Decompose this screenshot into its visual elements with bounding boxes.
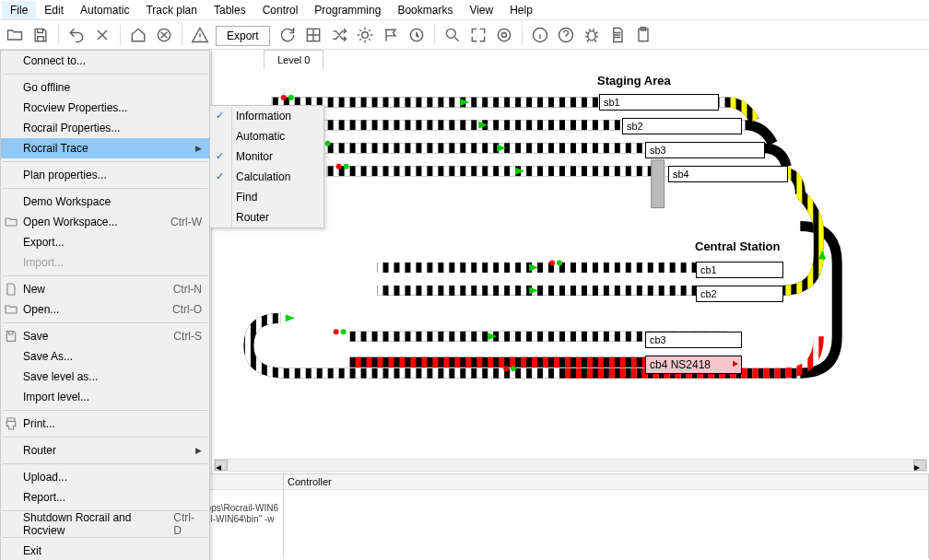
expand-icon[interactable] — [467, 24, 489, 46]
svg-point-38 — [557, 260, 562, 265]
svg-point-42 — [511, 366, 516, 371]
warning-icon[interactable] — [189, 24, 211, 46]
svg-point-30 — [288, 95, 294, 100]
menu-help[interactable]: Help — [501, 1, 541, 19]
menu-track-plan[interactable]: Track plan — [137, 1, 206, 19]
menu-item-export-[interactable]: Export... — [1, 232, 209, 252]
menu-tables[interactable]: Tables — [206, 1, 254, 19]
scroll-left-nub[interactable]: ◂ — [215, 460, 228, 471]
close-icon[interactable] — [91, 24, 113, 46]
menu-item-rocrail-properties-[interactable]: Rocrail Properties... — [1, 118, 209, 138]
target-icon[interactable] — [493, 24, 515, 46]
clipboard-icon[interactable] — [632, 24, 654, 46]
svg-point-9 — [502, 32, 507, 37]
svg-point-39 — [334, 329, 339, 334]
horizontal-scrollbar[interactable]: ◂ ▸ — [214, 459, 927, 472]
menubar: File Edit Automatic Track plan Tables Co… — [0, 0, 929, 20]
menu-item-new[interactable]: NewCtrl-N — [1, 279, 209, 299]
block-cb2[interactable]: cb2 — [696, 286, 783, 302]
menu-control[interactable]: Control — [254, 1, 307, 19]
menu-item-connect-to-[interactable]: Connect to... — [1, 51, 209, 71]
menu-bookmarks[interactable]: Bookmarks — [389, 1, 461, 19]
level-tab[interactable]: Level 0 — [264, 50, 323, 69]
block-cb1[interactable]: cb1 — [696, 262, 783, 278]
menu-item-save-as-[interactable]: Save As... — [1, 346, 209, 367]
menu-item-upload-[interactable]: Upload... — [1, 467, 209, 487]
menu-item-open-workspace-[interactable]: Open Workspace...Ctrl-W — [1, 212, 209, 232]
menu-item-import-: Import... — [1, 252, 209, 273]
zoom-icon[interactable] — [441, 24, 464, 46]
trace-item-information[interactable]: Information — [210, 106, 323, 126]
file-menu-dropdown: Connect to...Go offlineRocview Propertie… — [0, 50, 210, 560]
controller-panel-header: Controller — [284, 474, 928, 490]
toolbar — [0, 20, 929, 50]
help-icon[interactable] — [555, 24, 577, 46]
menu-item-report-[interactable]: Report... — [1, 487, 209, 508]
rocrail-trace-submenu: ✓InformationAutomatic✓Monitor✓Calculatio… — [209, 105, 324, 228]
sun-icon[interactable] — [354, 24, 376, 46]
menu-item-save-level-as-[interactable]: Save level as... — [1, 367, 209, 387]
bug-icon[interactable] — [581, 24, 603, 46]
svg-point-36 — [344, 164, 349, 169]
block-cb4[interactable]: cb4 NS2418▶ — [645, 356, 742, 374]
svg-point-5 — [362, 31, 369, 38]
block-sb2[interactable]: sb2 — [622, 118, 742, 134]
menu-item-shutdown-rocrail-and-rocview[interactable]: Shutdown Rocrail and RocviewCtrl-D — [1, 514, 209, 534]
svg-point-35 — [336, 164, 342, 169]
menu-item-go-offline[interactable]: Go offline — [1, 77, 209, 98]
controller-body — [284, 490, 928, 558]
menu-item-rocview-properties-[interactable]: Rocview Properties... — [1, 98, 209, 118]
info-icon[interactable] — [529, 24, 551, 46]
menu-programming[interactable]: Programming — [306, 1, 389, 19]
trace-item-find[interactable]: Find — [210, 187, 323, 207]
menu-automatic[interactable]: Automatic — [72, 1, 137, 19]
menu-view[interactable]: View — [461, 1, 501, 19]
block-sb3[interactable]: sb3 — [645, 142, 765, 158]
trace-item-calculation[interactable]: Calculation — [210, 167, 323, 187]
menu-item-demo-workspace[interactable]: Demo Workspace — [1, 192, 209, 212]
home-icon[interactable] — [127, 24, 149, 46]
trace-item-monitor[interactable]: Monitor — [210, 146, 323, 167]
shuffle-icon[interactable] — [328, 24, 350, 46]
scroll-right-nub[interactable]: ▸ — [913, 460, 926, 471]
block-sb1[interactable]: sb1 — [599, 94, 719, 111]
save-icon[interactable] — [29, 24, 52, 46]
svg-point-41 — [503, 366, 509, 371]
menu-item-rocrail-trace[interactable]: Rocrail Trace▶ — [1, 138, 209, 158]
document-icon[interactable] — [606, 24, 629, 46]
folder-icon[interactable] — [4, 24, 26, 46]
menu-file[interactable]: File — [2, 1, 36, 19]
flag-icon[interactable] — [380, 24, 402, 46]
svg-marker-28 — [286, 314, 295, 321]
menu-item-import-level-[interactable]: Import level... — [1, 387, 209, 407]
menu-item-exit[interactable]: Exit — [1, 541, 209, 560]
trace-item-router[interactable]: Router — [210, 207, 323, 228]
menu-item-open-[interactable]: Open...Ctrl-O — [1, 299, 209, 320]
central-station-label: Central Station — [695, 239, 780, 253]
svg-point-8 — [498, 29, 510, 41]
clock-icon[interactable] — [406, 24, 428, 46]
svg-point-12 — [588, 30, 595, 40]
block-sb4[interactable]: sb4 — [668, 166, 788, 182]
block-cb3[interactable]: cb3 — [645, 332, 742, 348]
svg-point-7 — [446, 29, 455, 38]
svg-point-37 — [549, 260, 555, 265]
grid-icon[interactable] — [302, 24, 324, 46]
menu-item-print-[interactable]: Print... — [1, 414, 209, 434]
svg-point-40 — [341, 329, 347, 334]
svg-point-29 — [281, 95, 287, 100]
trace-item-automatic[interactable]: Automatic — [210, 126, 323, 146]
menu-edit[interactable]: Edit — [36, 1, 72, 19]
menu-item-router[interactable]: Router▶ — [1, 440, 209, 461]
menu-item-plan-properties-[interactable]: Plan properties... — [1, 165, 209, 185]
menu-item-save[interactable]: SaveCtrl-S — [1, 326, 209, 346]
workspace: Connect to...Go offlineRocview Propertie… — [0, 50, 929, 473]
cancel-circle-icon[interactable] — [153, 24, 175, 46]
staging-area-label: Staging Area — [597, 74, 671, 88]
undo-icon[interactable] — [65, 24, 88, 46]
svg-point-34 — [325, 141, 331, 146]
svg-rect-43 — [652, 160, 664, 208]
export-button[interactable]: Export — [216, 26, 270, 46]
refresh-icon[interactable] — [276, 24, 299, 46]
controller-panel: Controller — [284, 474, 929, 558]
